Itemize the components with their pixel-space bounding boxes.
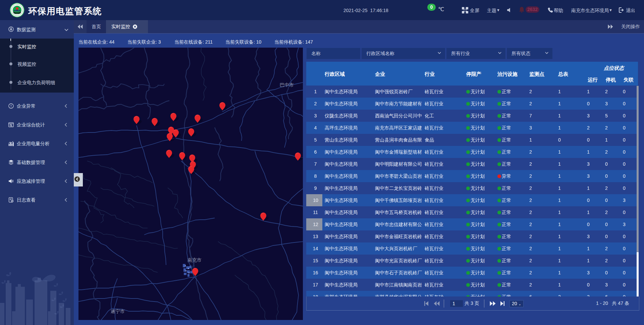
svg-text:巴中市: 巴中市 [280, 82, 294, 88]
svg-text:南充市: 南充市 [187, 257, 202, 263]
svg-text:遂宁市: 遂宁市 [111, 309, 125, 314]
